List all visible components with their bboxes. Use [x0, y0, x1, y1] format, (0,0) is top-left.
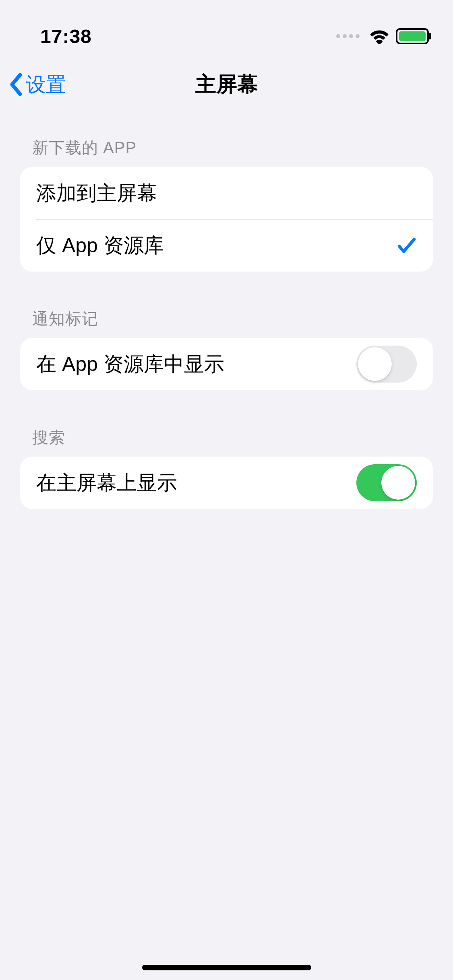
section-header-badges: 通知标记 — [20, 308, 433, 338]
option-app-library-only[interactable]: 仅 App 资源库 — [20, 219, 433, 272]
option-add-to-home[interactable]: 添加到主屏幕 — [20, 167, 433, 219]
status-bar: 17:38 — [0, 0, 453, 56]
back-label: 设置 — [26, 71, 66, 98]
battery-icon — [396, 28, 429, 44]
toggle-show-on-home[interactable] — [356, 464, 417, 501]
status-icons — [336, 28, 429, 44]
row-label: 在主屏幕上显示 — [36, 469, 177, 496]
home-indicator[interactable] — [142, 965, 311, 970]
chevron-left-icon — [8, 72, 24, 97]
page-title: 主屏幕 — [195, 70, 258, 99]
row-show-on-home: 在主屏幕上显示 — [20, 457, 433, 509]
toggle-show-in-library[interactable] — [356, 346, 417, 383]
status-time: 17:38 — [40, 25, 92, 47]
checkmark-icon — [396, 235, 417, 256]
nav-bar: 设置 主屏幕 — [0, 56, 453, 113]
back-button[interactable]: 设置 — [8, 71, 66, 98]
row-show-in-library: 在 App 资源库中显示 — [20, 338, 433, 390]
option-label: 添加到主屏幕 — [36, 180, 157, 207]
row-label: 在 App 资源库中显示 — [36, 351, 224, 378]
wifi-icon — [369, 28, 389, 44]
group-search: 在主屏幕上显示 — [20, 457, 433, 509]
option-label: 仅 App 资源库 — [36, 232, 164, 259]
section-header-new-apps: 新下载的 APP — [20, 137, 433, 167]
group-badges: 在 App 资源库中显示 — [20, 338, 433, 390]
group-new-apps: 添加到主屏幕 仅 App 资源库 — [20, 167, 433, 272]
content: 新下载的 APP 添加到主屏幕 仅 App 资源库 通知标记 在 App 资源库… — [0, 113, 453, 509]
section-header-search: 搜索 — [20, 426, 433, 457]
cellular-dots-icon — [336, 34, 360, 38]
